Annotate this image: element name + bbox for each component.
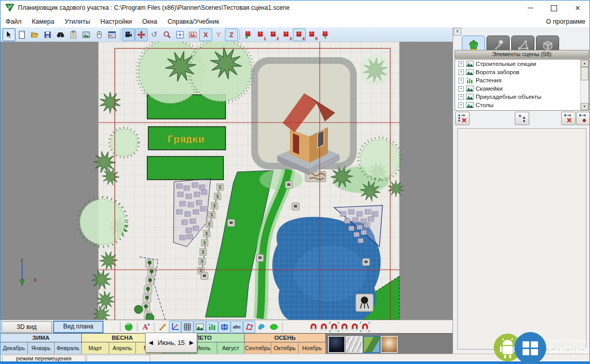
tree-item-plants[interactable]: + Растения: [455, 76, 588, 84]
month-march[interactable]: Март: [82, 342, 109, 354]
select-tool-button[interactable]: [3, 28, 15, 41]
expand-icon[interactable]: +: [458, 86, 464, 92]
month-january[interactable]: Январь: [28, 342, 55, 354]
open-scene-button[interactable]: [28, 28, 41, 41]
scroll-up-button[interactable]: ▲: [581, 60, 588, 67]
tree-item-benches[interactable]: + Скамейки: [455, 84, 588, 93]
maximize-button[interactable]: [542, 1, 566, 15]
month-august[interactable]: Август: [217, 342, 245, 354]
grid-toggle-button[interactable]: [181, 321, 194, 333]
new-scene-button[interactable]: [15, 28, 28, 41]
expand-icon[interactable]: +: [458, 102, 464, 108]
menu-about[interactable]: О программе: [546, 18, 585, 25]
expand-icon[interactable]: +: [458, 70, 464, 75]
center-view-button[interactable]: [173, 28, 186, 41]
minimize-button[interactable]: [518, 1, 542, 15]
expand-icon[interactable]: +: [458, 78, 464, 83]
axis-x-button[interactable]: X: [199, 28, 212, 41]
month-october[interactable]: Октябрь: [271, 342, 299, 354]
camera-preset-1-button[interactable]: 1: [254, 28, 267, 41]
month-february[interactable]: Февраль: [55, 342, 82, 354]
snap-magnet-4-button[interactable]: [339, 322, 350, 332]
menu-file[interactable]: Файл: [1, 18, 27, 25]
tab-plan-view[interactable]: Вид плана: [53, 321, 103, 333]
panel-close-button[interactable]: x: [454, 28, 461, 36]
landscape-icon: [195, 322, 204, 332]
scroll-thumb[interactable]: [581, 67, 588, 80]
tree-item-homestead-objects[interactable]: + Приусадебные объекты: [455, 93, 588, 101]
delete-all-button[interactable]: [455, 112, 470, 125]
delete-selected-button[interactable]: [561, 112, 576, 125]
menu-help[interactable]: Справка/Учебник: [162, 18, 224, 25]
camera-apply-icon: [321, 30, 329, 39]
tree-item-fence-gates[interactable]: + Ворота заборов: [455, 68, 588, 76]
expand-icon[interactable]: +: [458, 94, 464, 100]
compass-toggle-button[interactable]: [218, 321, 231, 333]
menu-windows[interactable]: Окна: [137, 18, 162, 25]
camera-preset-apply-button[interactable]: [319, 28, 332, 41]
camera-position-button[interactable]: [186, 28, 199, 41]
camera-preset-5-button[interactable]: 5: [306, 28, 319, 41]
snap-magnet-5-button[interactable]: [350, 322, 360, 332]
date-next-button[interactable]: ▶: [186, 339, 197, 346]
snap-magnet-1-button[interactable]: [308, 322, 319, 332]
plants-toggle-button[interactable]: [206, 321, 218, 333]
season-thumb-autumn[interactable]: [380, 336, 398, 353]
replace-object-button[interactable]: [576, 112, 590, 125]
axis-y-button[interactable]: Y: [212, 28, 225, 41]
garden-beds[interactable]: Грядки: [147, 95, 225, 180]
plan-canvas[interactable]: Грядки: [1, 42, 453, 320]
sphere-mode-button[interactable]: [123, 321, 135, 333]
snap-magnet-6-button[interactable]: [360, 322, 370, 332]
borders-toggle-button[interactable]: [243, 321, 255, 333]
season-thumb-night[interactable]: [328, 336, 345, 353]
season-thumb-summer[interactable]: [363, 336, 380, 353]
month-december[interactable]: Декабрь: [1, 342, 28, 354]
labels-toggle-button[interactable]: abc: [231, 321, 243, 333]
camera-preset-3-button[interactable]: 3: [280, 28, 293, 41]
bbq-grill[interactable]: [356, 294, 373, 311]
measure-tool-button[interactable]: [157, 321, 169, 333]
find-button[interactable]: [54, 28, 67, 41]
scene-tree[interactable]: + Строительные секции + Ворота заборов +…: [455, 59, 589, 111]
ellipse-tool-button[interactable]: [268, 321, 280, 333]
tree-scrollbar[interactable]: ▲ ▼: [580, 60, 588, 110]
snap-magnet-2-button[interactable]: [319, 322, 329, 332]
month-november[interactable]: Ноябрь: [299, 342, 326, 354]
camera-preset-2-button[interactable]: 2: [267, 28, 280, 41]
move-tool-button[interactable]: [135, 28, 148, 41]
house-popup[interactable]: [251, 57, 357, 175]
export-image-button[interactable]: [80, 28, 93, 41]
window-title: Планировщик садового участка : C:\Progra…: [18, 4, 289, 11]
clipboard-button[interactable]: [67, 28, 80, 41]
save-scene-button[interactable]: [41, 28, 54, 41]
scroll-down-button[interactable]: ▼: [581, 103, 588, 110]
month-september[interactable]: Сентябрь: [245, 342, 271, 354]
expand-icon[interactable]: +: [458, 61, 464, 67]
camera-view-button[interactable]: [122, 28, 135, 41]
camera-preset-4-button[interactable]: 4: [293, 28, 306, 41]
rotate-tool-button[interactable]: ↺: [148, 28, 161, 41]
date-prev-button[interactable]: ◀: [146, 339, 156, 346]
camera-preset-save-button[interactable]: [241, 28, 254, 41]
snap-magnet-3-button[interactable]: [329, 322, 339, 332]
season-thumb-winter[interactable]: [345, 336, 363, 353]
report-button[interactable]: [106, 28, 118, 41]
close-button[interactable]: ×: [566, 1, 589, 15]
menu-settings[interactable]: Настройки: [95, 18, 137, 25]
tree-item-building-sections[interactable]: + Строительные секции: [455, 60, 588, 68]
add-text-button[interactable]: A+: [140, 321, 152, 333]
group-objects-button[interactable]: [515, 112, 529, 125]
tree-item-tables[interactable]: + Столы: [455, 101, 588, 109]
axes-toggle-button[interactable]: [169, 321, 181, 333]
axis-z-button[interactable]: Z: [225, 28, 238, 41]
magnet-icon-selected: [360, 322, 370, 332]
menu-camera[interactable]: Камера: [27, 18, 60, 25]
tab-3d-view[interactable]: 3D вид: [2, 321, 52, 333]
menu-utilities[interactable]: Утилиты: [59, 18, 95, 25]
mouse-settings-button[interactable]: [93, 28, 106, 41]
background-toggle-button[interactable]: [194, 321, 206, 333]
month-april[interactable]: Апрель: [109, 342, 136, 354]
lasso-tool-button[interactable]: [255, 321, 268, 333]
zoom-tool-button[interactable]: [161, 28, 173, 41]
